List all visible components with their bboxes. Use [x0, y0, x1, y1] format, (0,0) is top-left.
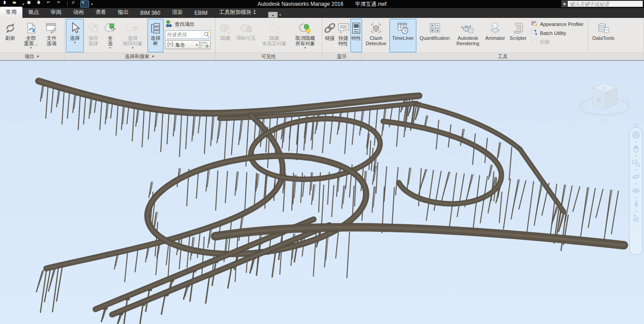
nav-caret-icon[interactable]: ▾ — [635, 168, 637, 171]
reset-all-icon — [24, 21, 38, 35]
select-same-caret-icon[interactable]: ▾ — [132, 46, 134, 50]
datatools-label: DataTools — [592, 35, 614, 41]
orbit-icon[interactable] — [631, 172, 641, 182]
group-label-项目: 项目▼ — [0, 52, 64, 60]
sets-caret-icon: ▾ — [196, 43, 198, 47]
appearance-profiler-icon — [531, 20, 538, 28]
select-label: 选择 — [70, 35, 80, 41]
select-all-button[interactable]: 全 选▾ — [103, 19, 118, 52]
batch-utility-button[interactable]: Batch Utility — [531, 29, 583, 37]
animator-icon — [488, 21, 502, 35]
reset-all-caret-icon[interactable]: ▾ — [30, 46, 32, 50]
select-button[interactable]: 选择▾ — [66, 19, 84, 52]
selection-tree-label: 选择 树 — [151, 35, 160, 46]
properties-button[interactable]: 特性 — [350, 19, 362, 52]
group-caret-icon[interactable]: ▼ — [36, 55, 40, 59]
nav-caret-icon[interactable]: ▾ — [635, 154, 637, 158]
reset-all-button[interactable]: 全部 重置...▾ — [20, 19, 42, 52]
links-button[interactable]: 链接 — [324, 19, 336, 52]
tab-渲染[interactable]: 渲染 — [166, 7, 189, 18]
nav-caret-icon[interactable]: ▾ — [635, 210, 637, 213]
animator-button[interactable]: Animator — [483, 19, 507, 52]
selection-tree-button[interactable]: 选择 树 — [147, 19, 164, 52]
manage-sets-button[interactable] — [201, 40, 211, 49]
clash-detective-button[interactable]: Clash Detective — [363, 19, 389, 52]
ribbon-tab-bar: 常用视点审阅动画查看输出BIM 360渲染EBIM工具附加模块 1▲▾ — [0, 8, 644, 18]
refresh-button[interactable]: 刷新 — [1, 19, 19, 52]
look-around-icon[interactable] — [631, 186, 641, 196]
walk-icon[interactable] — [631, 200, 641, 209]
pan-hand-icon[interactable] — [631, 144, 641, 154]
quick-properties-icon — [337, 21, 350, 35]
search-arrow-icon[interactable]: ▶ — [562, 1, 568, 7]
tab-审阅[interactable]: 审阅 — [45, 7, 67, 18]
tab-工具附加模块-1[interactable]: 工具附加模块 1 — [213, 7, 262, 18]
refresh-icon — [4, 21, 17, 35]
quick-properties-button[interactable]: 快捷 特性 — [337, 19, 350, 52]
tab-视点[interactable]: 视点 — [22, 7, 45, 18]
scripter-label: Scripter — [510, 35, 527, 41]
qat-dropdown-caret[interactable]: ▾ — [90, 2, 94, 6]
appearance-profiler-button[interactable]: Appearance Profiler — [531, 20, 583, 28]
batch-utility-icon — [531, 29, 538, 37]
save-selection-label: 保存 选择 — [88, 35, 98, 46]
ribbon-group-工具: Clash DetectiveTimeLinerQuantificationAu… — [362, 18, 644, 60]
nav-caret-icon[interactable]: ▾ — [635, 141, 637, 144]
unhide-all-button[interactable]: 取消隐藏 所有对象▾ — [291, 19, 320, 52]
tab-查看[interactable]: 查看 — [90, 7, 112, 18]
select-arrow-icon[interactable] — [631, 213, 641, 223]
timeliner-button[interactable]: TimeLiner — [389, 19, 416, 52]
find-items-button[interactable]: 查找项目 — [165, 20, 211, 29]
unhide-all-caret-icon[interactable]: ▾ — [304, 46, 306, 50]
unhide-all-icon — [298, 21, 312, 35]
view-cube-top-label: 上 — [602, 85, 607, 90]
zoom-window-icon[interactable] — [631, 158, 641, 168]
quantification-button[interactable]: Quantification — [417, 19, 453, 52]
clash-icon — [369, 21, 383, 35]
require-button[interactable]: 强制可见 — [234, 19, 258, 52]
help-search-input[interactable] — [568, 1, 643, 7]
select-same-icon — [126, 21, 139, 35]
quick-properties-label: 快捷 特性 — [338, 35, 348, 46]
quick-find-input[interactable] — [165, 32, 202, 37]
view-cube-body[interactable]: 上 前 — [593, 83, 617, 109]
nav-caret-icon[interactable]: ▾ — [635, 182, 637, 185]
hide-button[interactable]: 隐藏 — [217, 19, 234, 52]
ribbon-group-选择和搜索: 选择▾保存 选择全 选▾选择 相同对象▾选择 树查找项目集合▾选择和搜索▼ — [65, 18, 216, 60]
tab-BIM-360[interactable]: BIM 360 — [134, 8, 166, 18]
autodesk-rendering-label: Autodesk Rendering — [457, 35, 480, 46]
tab-输出[interactable]: 输出 — [112, 7, 134, 18]
scripter-icon — [511, 21, 525, 35]
group-label-显示: 显示 — [322, 52, 361, 60]
datatools-button[interactable]: DataTools — [590, 19, 616, 52]
group-caret-icon[interactable]: ▼ — [151, 55, 155, 59]
animator-label: Animator — [485, 35, 505, 41]
model-canvas[interactable] — [0, 61, 644, 324]
group-divider — [588, 20, 588, 51]
tab-动画[interactable]: 动画 — [67, 7, 90, 18]
sets-dropdown[interactable]: 集合▾ — [165, 40, 199, 49]
quick-find-button[interactable] — [202, 31, 210, 38]
select-same-button[interactable]: 选择 相同对象▾ — [118, 19, 147, 52]
view-cube[interactable]: 上 前 — [577, 74, 635, 128]
select-caret-icon[interactable]: ▾ — [74, 41, 76, 44]
navbar-close-icon[interactable] — [634, 123, 638, 127]
steering-wheel-icon[interactable] — [631, 130, 641, 140]
scripter-button[interactable]: Scripter — [508, 19, 528, 52]
ribbon-collapse-caret-icon[interactable]: ▾ — [279, 13, 281, 17]
tab-EBIM[interactable]: EBIM — [189, 8, 213, 18]
file-options-button[interactable]: 文件 选项 — [43, 19, 61, 52]
tab-常用[interactable]: 常用 — [0, 7, 22, 18]
viewport-3d[interactable]: 上 前 ▾▾▾▾▾▾ — [0, 61, 644, 324]
datatools-icon — [596, 21, 610, 35]
ribbon-collapse-button[interactable]: ▲ — [268, 12, 278, 18]
hide-unselected-button[interactable]: 隐藏 未选定对象 — [258, 19, 290, 52]
qat-dropdown-caret[interactable]: ▾ — [22, 2, 25, 6]
autodesk-rendering-button[interactable]: Autodesk Rendering — [453, 19, 483, 52]
compare-button[interactable]: 比较 — [531, 38, 583, 46]
save-selection-button[interactable]: 保存 选择 — [84, 19, 102, 52]
sets-label: 集合 — [175, 42, 185, 48]
qat-separator — [67, 1, 68, 7]
nav-caret-icon[interactable]: ▾ — [635, 196, 637, 199]
select-all-caret-icon[interactable]: ▾ — [109, 46, 111, 50]
